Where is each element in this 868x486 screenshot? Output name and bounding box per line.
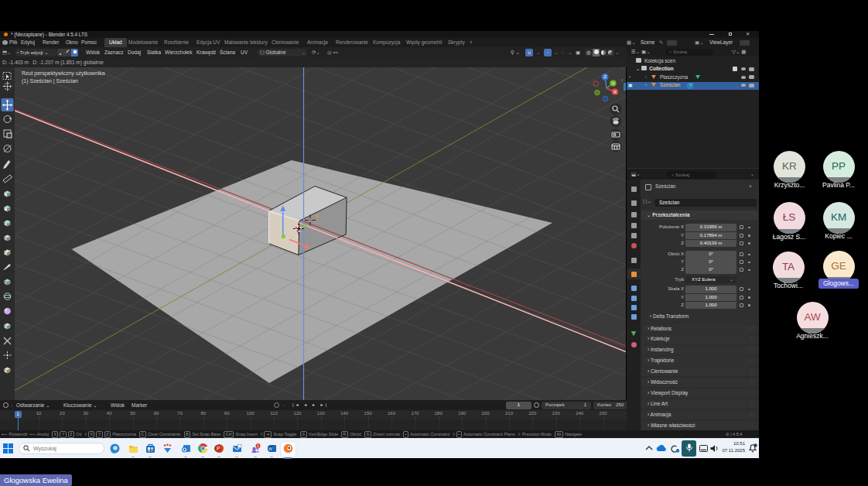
svg-text:X: X	[613, 90, 617, 94]
svg-text:P: P	[217, 446, 220, 451]
svg-text:Y: Y	[611, 81, 614, 86]
svg-text:W: W	[268, 447, 272, 451]
svg-text:Z: Z	[603, 74, 607, 79]
